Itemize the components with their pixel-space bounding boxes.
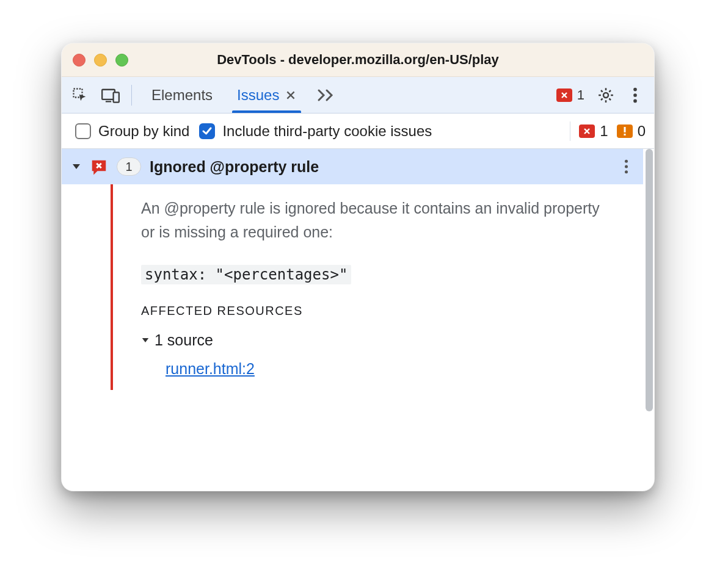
error-count-badge[interactable]: 1 bbox=[551, 87, 589, 103]
error-count: 1 bbox=[577, 87, 584, 103]
warning-count: 0 bbox=[638, 123, 646, 140]
checkbox-unchecked-icon bbox=[75, 123, 91, 139]
warning-icon bbox=[617, 125, 633, 138]
issues-filterbar: Group by kind Include third-party cookie… bbox=[62, 114, 654, 149]
error-icon bbox=[579, 125, 595, 138]
titlebar: DevTools - developer.mozilla.org/en-US/p… bbox=[62, 43, 654, 77]
issue-code-snippet: syntax: "<percentages>" bbox=[141, 265, 351, 284]
svg-point-20 bbox=[624, 165, 627, 168]
window-title: DevTools - developer.mozilla.org/en-US/p… bbox=[62, 52, 654, 68]
svg-point-10 bbox=[633, 93, 637, 97]
close-icon[interactable] bbox=[285, 90, 296, 101]
separator bbox=[570, 121, 570, 141]
affected-resources-heading: AFFECTED RESOURCES bbox=[141, 304, 628, 318]
inspect-element-icon[interactable] bbox=[68, 87, 92, 104]
gear-icon[interactable] bbox=[593, 86, 619, 104]
scrollbar[interactable] bbox=[643, 149, 654, 491]
close-dot[interactable] bbox=[73, 54, 86, 67]
checkbox-label: Group by kind bbox=[98, 123, 189, 140]
error-summary[interactable]: 1 bbox=[579, 123, 608, 140]
tab-elements[interactable]: Elements bbox=[139, 77, 225, 113]
svg-point-11 bbox=[633, 99, 637, 103]
panel-tabstrip: Elements Issues 1 bbox=[62, 77, 654, 114]
error-bubble-icon bbox=[90, 158, 108, 175]
chevron-down-icon bbox=[141, 337, 150, 344]
checkbox-checked-icon bbox=[199, 123, 215, 139]
svg-rect-15 bbox=[624, 134, 625, 135]
svg-marker-16 bbox=[73, 164, 80, 169]
svg-rect-14 bbox=[624, 127, 625, 132]
scroll-thumb[interactable] bbox=[646, 149, 653, 411]
issue-kebab-icon[interactable] bbox=[615, 159, 637, 174]
issue-title: Ignored @property rule bbox=[150, 158, 319, 176]
source-link[interactable]: runner.html:2 bbox=[166, 360, 255, 377]
issue-count-pill: 1 bbox=[117, 157, 141, 176]
separator bbox=[131, 85, 132, 106]
group-by-kind-checkbox[interactable]: Group by kind bbox=[75, 123, 189, 140]
svg-point-9 bbox=[633, 87, 637, 91]
minimize-dot[interactable] bbox=[94, 54, 107, 67]
severity-rule bbox=[111, 184, 113, 390]
svg-marker-22 bbox=[142, 338, 149, 342]
kebab-icon[interactable] bbox=[622, 87, 648, 103]
checkbox-label: Include third-party cookie issues bbox=[222, 123, 432, 140]
tab-label: Issues bbox=[237, 87, 279, 104]
tab-issues[interactable]: Issues bbox=[225, 77, 308, 113]
chevron-down-icon bbox=[71, 163, 81, 170]
warning-summary[interactable]: 0 bbox=[617, 123, 646, 140]
sources-label: 1 source bbox=[155, 331, 213, 349]
svg-point-8 bbox=[603, 93, 608, 98]
svg-point-21 bbox=[624, 170, 627, 173]
issue-description: An @property rule is ignored because it … bbox=[141, 197, 611, 244]
issues-list: 1 Ignored @property rule An @property ru… bbox=[62, 149, 643, 491]
svg-rect-3 bbox=[114, 92, 119, 102]
third-party-checkbox[interactable]: Include third-party cookie issues bbox=[199, 123, 432, 140]
zoom-dot[interactable] bbox=[115, 54, 128, 67]
error-icon bbox=[556, 88, 572, 102]
more-tabs-icon[interactable] bbox=[308, 77, 344, 113]
devtools-window: DevTools - developer.mozilla.org/en-US/p… bbox=[61, 43, 655, 491]
error-count: 1 bbox=[600, 123, 608, 140]
tab-label: Elements bbox=[151, 87, 213, 104]
device-toolbar-icon[interactable] bbox=[98, 87, 123, 103]
issue-body: An @property rule is ignored because it … bbox=[62, 184, 643, 390]
svg-point-19 bbox=[624, 160, 627, 163]
sources-toggle[interactable]: 1 source bbox=[141, 331, 628, 349]
issue-header[interactable]: 1 Ignored @property rule bbox=[62, 149, 643, 184]
